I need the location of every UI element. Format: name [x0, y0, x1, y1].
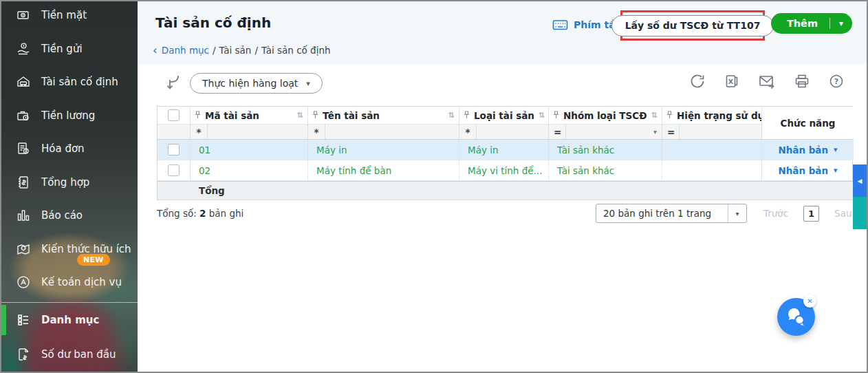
records-total-prefix: Tổng số: — [157, 208, 197, 219]
filter-cell-nhom-loai-tscd[interactable]: = ▾ — [549, 125, 662, 140]
cell-asset-group[interactable]: Tài sản khác — [549, 160, 662, 181]
sort-icon[interactable]: ⇅ — [539, 111, 545, 120]
chevron-down-icon: ▾ — [728, 210, 746, 217]
filter-cell-ma-tai-san[interactable]: * — [191, 125, 308, 140]
row-action-duplicate[interactable]: Nhân bản ▾ — [761, 140, 854, 160]
chat-bubbles-icon — [785, 307, 807, 328]
filter-operator[interactable]: = — [667, 127, 674, 138]
get-tscd-balance-tt107-button[interactable]: Lấy số dư TSCĐ từ TT107 — [611, 15, 774, 36]
current-page-box[interactable]: 1 — [803, 206, 819, 222]
filter-dropdown-icon[interactable]: ▾ — [653, 128, 657, 136]
pin-icon[interactable] — [312, 111, 318, 120]
sidebar-item-bao-cao[interactable]: Báo cáo — [1, 199, 138, 233]
column-label: Mã tài sản — [205, 110, 259, 121]
close-icon: ✕ — [807, 297, 812, 305]
sidebar: Tiền mặt Tiền gửi Tài sản cố định Tiền l… — [1, 1, 138, 372]
filter-cell-hien-trang[interactable]: = — [662, 125, 762, 140]
next-page-button[interactable]: Sau — [834, 208, 851, 219]
add-button-label: Thêm — [771, 18, 829, 29]
cell-asset-group[interactable]: Tài sản khác — [549, 140, 662, 160]
summary-icon — [16, 175, 31, 190]
export-excel-icon[interactable]: X — [724, 72, 740, 93]
excel-x-glyph: X — [728, 78, 734, 85]
action-label: Nhân bản — [778, 165, 828, 176]
sort-icon[interactable]: ⇅ — [448, 111, 455, 120]
chat-close-button[interactable]: ✕ — [803, 295, 816, 308]
sidebar-item-tien-gui[interactable]: Tiền gửi — [1, 32, 138, 66]
filter-operator[interactable]: * — [464, 127, 471, 138]
filter-cell-ten-tai-san[interactable]: * — [308, 125, 459, 140]
prev-page-button[interactable]: Trước — [763, 208, 788, 219]
pin-icon[interactable] — [195, 111, 201, 120]
sort-icon[interactable]: ⇅ — [297, 111, 303, 120]
row-checkbox[interactable] — [168, 164, 180, 176]
help-icon[interactable]: ? — [828, 72, 845, 93]
records-total-suffix: bản ghi — [209, 208, 244, 219]
cell-asset-type[interactable]: Máy in — [459, 140, 549, 160]
row-action-duplicate[interactable]: Nhân bản ▾ — [761, 160, 854, 181]
pin-icon[interactable] — [666, 111, 673, 120]
cell-asset-code[interactable]: 02 — [191, 160, 308, 181]
print-icon[interactable] — [794, 72, 810, 93]
sidebar-item-tien-luong[interactable]: Tiền lương — [1, 99, 138, 133]
collapse-panel-tab[interactable]: ◀ — [853, 164, 867, 197]
chevron-down-icon[interactable]: ▾ — [834, 145, 838, 154]
pin-icon[interactable] — [464, 111, 470, 120]
cell-asset-type[interactable]: Máy vi tính để... — [459, 160, 549, 181]
refresh-icon[interactable] — [689, 72, 706, 93]
deposit-icon — [16, 41, 31, 56]
sidebar-item-label: Tổng hợp — [41, 176, 89, 189]
filter-operator[interactable]: = — [554, 127, 561, 138]
app-window: Tiền mặt Tiền gửi Tài sản cố định Tiền l… — [0, 0, 868, 373]
sort-arrow-icon[interactable] — [164, 73, 182, 95]
filter-separator — [679, 125, 680, 139]
question-glyph: ? — [834, 77, 838, 86]
send-email-icon[interactable] — [758, 72, 776, 93]
cell-usage-status[interactable] — [662, 140, 762, 160]
column-header-ten-tai-san[interactable]: Tên tài sản ⇅ — [308, 107, 459, 125]
filter-operator[interactable]: * — [313, 127, 320, 138]
page-size-select[interactable]: 20 bản ghi trên 1 trang ▾ — [596, 204, 747, 223]
batch-actions-dropdown[interactable]: Thực hiện hàng loạt ▾ — [190, 73, 323, 94]
column-header-hien-trang-su-dung[interactable]: Hiện trạng sử dụng — [662, 107, 762, 125]
breadcrumb-link-danh-muc[interactable]: Danh mục — [162, 45, 209, 56]
chevron-down-icon[interactable]: ▾ — [834, 166, 838, 175]
sidebar-item-ke-toan-dich-vu[interactable]: Kế toán dịch vụ — [1, 266, 138, 299]
cell-asset-name[interactable]: Máy tính để bàn — [308, 160, 459, 181]
sidebar-item-label: Tiền gửi — [41, 43, 83, 55]
sort-icon[interactable]: ⇅ — [651, 111, 658, 120]
sidebar-item-so-du-ban-dau[interactable]: Số dư ban đầu — [1, 337, 138, 372]
column-header-nhom-loai-tscd[interactable]: Nhóm loại TSCĐ ⇅ — [549, 107, 662, 125]
filter-operator[interactable]: * — [195, 127, 202, 138]
breadcrumb-level3: Tài sản cố định — [261, 45, 331, 56]
filter-cell-loai-tai-san[interactable]: * — [459, 125, 549, 140]
action-label: Nhân bản — [778, 145, 828, 156]
sidebar-item-tong-hop[interactable]: Tổng hợp — [1, 166, 138, 200]
cell-asset-code[interactable]: 01 — [191, 140, 308, 160]
add-button[interactable]: Thêm ▾ — [771, 13, 852, 34]
select-all-checkbox[interactable] — [168, 109, 180, 121]
cell-usage-status[interactable] — [662, 160, 762, 181]
row-checkbox[interactable] — [168, 144, 180, 156]
toolbar-icons: X ? — [689, 72, 845, 93]
report-icon — [16, 208, 31, 223]
sidebar-item-tien-mat[interactable]: Tiền mặt — [1, 1, 138, 32]
breadcrumb-back-icon[interactable]: ‹ — [153, 46, 158, 55]
column-header-ma-tai-san[interactable]: Mã tài sản ⇅ — [191, 107, 308, 125]
total-row: Tổng — [158, 181, 854, 200]
column-header-loai-tai-san[interactable]: Loại tài sản ⇅ — [459, 107, 549, 125]
pin-icon[interactable] — [553, 111, 559, 120]
page-header: Tài sản cố định ‹ Danh mục / Tài sản / T… — [138, 1, 867, 64]
sidebar-item-tai-san-co-dinh[interactable]: Tài sản cố định — [1, 65, 138, 99]
sidebar-item-label: Danh mục — [41, 314, 99, 326]
assets-table: Mã tài sản ⇅ Tên tài sản ⇅ Loại tài sản … — [157, 106, 853, 200]
sidebar-item-label: Tiền lương — [41, 109, 95, 122]
sidebar-item-hoa-don[interactable]: Hóa đơn — [1, 132, 138, 166]
shortcut-button[interactable]: Phím tắt — [552, 18, 620, 32]
chevron-down-icon[interactable]: ▾ — [830, 19, 852, 28]
sidebar-item-kien-thuc-huu-ich[interactable]: Kiến thức hữu ích NEW — [1, 233, 138, 266]
cell-asset-name[interactable]: Máy in — [308, 140, 459, 160]
breadcrumb: ‹ Danh mục / Tài sản / Tài sản cố định — [153, 45, 331, 56]
side-teal-tab[interactable] — [853, 197, 867, 229]
sidebar-item-danh-muc[interactable]: Danh mục — [1, 303, 138, 337]
